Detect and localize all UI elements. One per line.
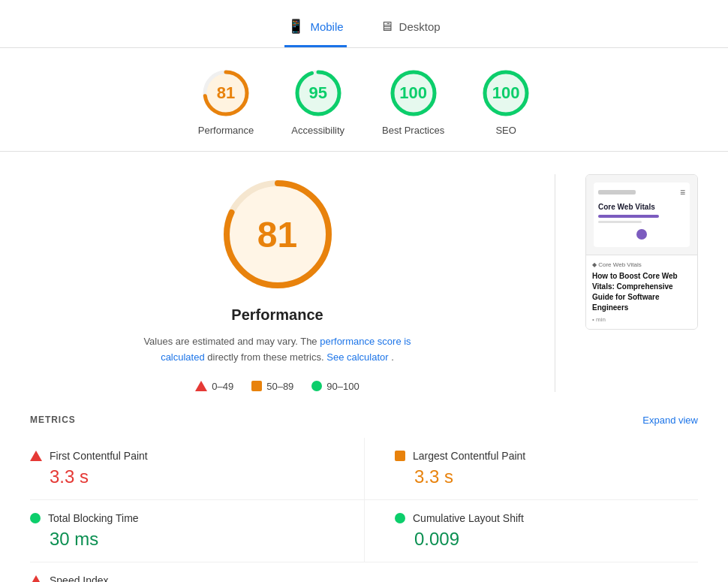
metrics-title: METRICS — [30, 415, 76, 425]
thumb-title: Core Web Vitals — [598, 202, 685, 212]
metric-lcp: Largest Contentful Paint 3.3 s — [364, 438, 698, 500]
article-thumb-inner: ≡ Core Web Vitals — [594, 182, 690, 247]
metric-cls: Cumulative Layout Shift 0.009 — [364, 500, 698, 562]
score-value-performance: 81 — [217, 83, 235, 103]
metric-tbt: Total Blocking Time 30 ms — [30, 500, 364, 562]
metric-tbt-header: Total Blocking Time — [30, 512, 334, 524]
metrics-header: METRICS Expand view — [30, 415, 698, 426]
article-thumb-header: ≡ — [598, 187, 685, 198]
cls-indicator-icon — [395, 513, 405, 523]
score-card-accessibility: 95 Accessibility — [291, 69, 344, 136]
desktop-icon: 🖥 — [380, 19, 393, 35]
score-circle-performance: 81 — [202, 69, 250, 117]
legend-fail-range: 0–49 — [212, 381, 233, 392]
si-indicator-icon — [30, 575, 42, 582]
legend: 0–49 50–89 90–100 — [195, 381, 359, 392]
score-label-performance: Performance — [198, 125, 254, 136]
score-value-seo: 100 — [492, 83, 520, 103]
big-score-container: 81 — [218, 174, 338, 294]
score-card-best-practices: 100 Best Practices — [382, 69, 444, 136]
left-panel: 81 Performance Values are estimated and … — [30, 174, 525, 392]
score-label-best-practices: Best Practices — [382, 125, 444, 136]
performance-title: Performance — [231, 306, 323, 324]
thumb-bar-2 — [598, 221, 642, 223]
article-tag: ◆ Core Web Vitals — [592, 261, 691, 268]
score-label-seo: SEO — [495, 125, 516, 136]
scores-row: 81 Performance 95 Accessibility 100 Best… — [0, 48, 728, 152]
si-name: Speed Index — [50, 574, 109, 582]
metric-cls-header: Cumulative Layout Shift — [395, 512, 698, 524]
desc-end: . — [391, 351, 394, 363]
metric-fcp: First Contentful Paint 3.3 s — [30, 438, 364, 500]
tab-desktop[interactable]: 🖥 Desktop — [377, 11, 444, 47]
legend-average: 50–89 — [251, 381, 293, 392]
vertical-divider — [555, 174, 555, 392]
thumb-logo — [598, 190, 636, 195]
tbt-value: 30 ms — [50, 529, 334, 550]
performance-description: Values are estimated and may vary. The p… — [135, 334, 420, 366]
legend-pass-range: 90–100 — [326, 381, 359, 392]
lcp-value: 3.3 s — [414, 466, 698, 487]
expand-view-button[interactable]: Expand view — [642, 415, 698, 426]
tbt-name: Total Blocking Time — [48, 512, 139, 524]
score-label-accessibility: Accessibility — [291, 125, 344, 136]
legend-pass: 90–100 — [311, 381, 359, 392]
article-thumbnail: ≡ Core Web Vitals — [586, 175, 697, 255]
score-circle-seo: 100 — [482, 69, 530, 117]
score-card-performance: 81 Performance — [198, 69, 254, 136]
tab-bar: 📱 Mobile 🖥 Desktop — [0, 0, 728, 48]
red-triangle-icon — [195, 381, 207, 391]
score-circle-best-practices: 100 — [390, 69, 438, 117]
metrics-section: METRICS Expand view First Contentful Pai… — [0, 415, 728, 582]
score-circle-accessibility: 95 — [294, 69, 342, 117]
thumb-dot — [636, 229, 647, 240]
fcp-value: 3.3 s — [50, 466, 334, 487]
score-card-seo: 100 SEO — [482, 69, 530, 136]
score-value-best-practices: 100 — [399, 83, 427, 103]
fcp-indicator-icon — [30, 451, 42, 461]
thumb-bar-1 — [598, 215, 659, 218]
main-content: 81 Performance Values are estimated and … — [0, 152, 728, 415]
tbt-indicator-icon — [30, 513, 41, 523]
cls-value: 0.009 — [414, 529, 698, 550]
score-value-accessibility: 95 — [308, 83, 326, 103]
orange-square-icon — [251, 381, 262, 391]
desc-mid: directly from these metrics. — [207, 351, 326, 363]
right-panel: ≡ Core Web Vitals ◆ Core Web Vitals How … — [585, 174, 698, 330]
lcp-indicator-icon — [395, 451, 405, 461]
article-card[interactable]: ≡ Core Web Vitals ◆ Core Web Vitals How … — [585, 174, 698, 330]
tab-mobile[interactable]: 📱 Mobile — [284, 11, 346, 47]
article-meta: • min — [592, 316, 691, 323]
tab-desktop-label: Desktop — [399, 20, 441, 33]
mobile-icon: 📱 — [287, 18, 304, 35]
green-circle-icon — [311, 381, 322, 391]
article-body: ◆ Core Web Vitals How to Boost Core Web … — [586, 255, 697, 329]
metric-si-header: Speed Index — [30, 574, 334, 582]
thumb-menu-icon: ≡ — [680, 187, 685, 198]
metrics-grid: First Contentful Paint 3.3 s Largest Con… — [30, 438, 698, 582]
legend-fail: 0–49 — [195, 381, 233, 392]
legend-average-range: 50–89 — [266, 381, 293, 392]
see-calculator-link[interactable]: See calculator — [326, 351, 388, 363]
fcp-name: First Contentful Paint — [50, 450, 148, 462]
cls-name: Cumulative Layout Shift — [413, 512, 524, 524]
metric-fcp-header: First Contentful Paint — [30, 450, 334, 462]
desc-text: Values are estimated and may vary. The — [143, 336, 317, 347]
metric-lcp-header: Largest Contentful Paint — [395, 450, 698, 462]
lcp-name: Largest Contentful Paint — [413, 450, 525, 462]
metric-si: Speed Index 6.1 s — [30, 562, 364, 582]
tab-mobile-label: Mobile — [310, 20, 343, 33]
big-score-value: 81 — [257, 214, 297, 255]
article-title: How to Boost Core Web Vitals: Comprehens… — [592, 271, 691, 313]
